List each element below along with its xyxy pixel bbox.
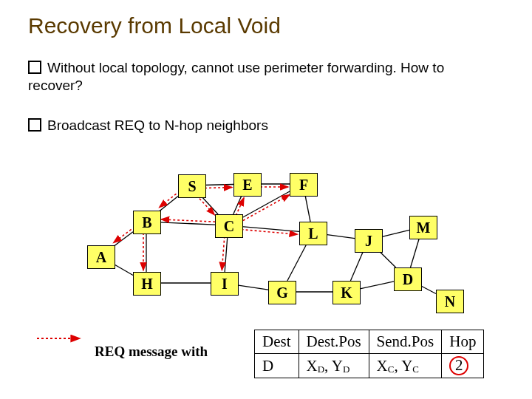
table-row: D XD, YD XC, YC 2 — [255, 354, 484, 378]
legend-arrow-icon — [35, 334, 87, 343]
legend-text: REQ message with — [95, 344, 208, 360]
svg-line-19 — [411, 238, 420, 267]
bullet-1: Without local topology, cannot use perim… — [28, 59, 501, 95]
th-destpos: Dest.Pos — [299, 330, 369, 354]
svg-line-22 — [237, 285, 268, 290]
svg-line-4 — [233, 195, 242, 214]
svg-line-8 — [114, 232, 133, 247]
svg-line-16 — [381, 230, 409, 236]
cell-dest: D — [255, 354, 299, 378]
node-d: D — [394, 267, 422, 291]
svg-line-18 — [379, 251, 395, 267]
svg-line-21 — [420, 285, 436, 293]
node-m: M — [409, 216, 437, 239]
node-i: I — [211, 272, 239, 296]
th-hop: Hop — [442, 330, 484, 354]
svg-line-20 — [359, 282, 394, 289]
svg-line-6 — [305, 195, 310, 222]
svg-line-7 — [160, 222, 215, 225]
routing-table: Dest Dest.Pos Send.Pos Hop D XD, YD XC, … — [254, 330, 484, 378]
svg-line-12 — [225, 236, 228, 272]
bullet-2: Broadcast REQ to N-hop neighbors — [28, 117, 501, 134]
node-s: S — [178, 174, 206, 198]
node-n: N — [436, 290, 464, 313]
network-graph: SEFBCLJMAHIGKDN — [44, 170, 458, 318]
node-g: G — [268, 281, 296, 304]
th-dest: Dest — [255, 330, 299, 354]
node-h: H — [133, 272, 161, 296]
svg-line-29 — [161, 219, 215, 222]
bullet-square-icon — [28, 61, 41, 74]
cell-destpos: XD, YD — [299, 354, 369, 378]
svg-line-32 — [114, 229, 132, 242]
svg-line-24 — [205, 188, 232, 188]
svg-line-10 — [114, 264, 133, 275]
svg-line-2 — [160, 196, 178, 211]
cell-hop: 2 — [442, 354, 484, 378]
svg-line-0 — [205, 184, 233, 185]
svg-line-14 — [326, 234, 355, 238]
table-header-row: Dest Dest.Pos Send.Pos Hop — [255, 330, 484, 354]
node-f: F — [290, 173, 318, 197]
th-sendpos: Send.Pos — [369, 330, 442, 354]
node-e: E — [233, 173, 262, 197]
svg-line-28 — [243, 195, 290, 221]
node-j: J — [355, 229, 383, 253]
bullet-1-text: Without local topology, cannot use perim… — [28, 60, 444, 93]
svg-line-15 — [287, 244, 307, 281]
svg-line-17 — [350, 251, 363, 281]
svg-line-26 — [200, 199, 214, 215]
bullet-2-text: Broadcast REQ to N-hop neighbors — [47, 117, 268, 133]
svg-line-25 — [159, 194, 176, 207]
svg-line-3 — [202, 197, 218, 214]
node-k: K — [332, 281, 361, 304]
bullet-square-icon — [28, 118, 41, 132]
svg-line-30 — [222, 236, 225, 270]
cell-sendpos: XC, YC — [369, 354, 442, 378]
hop-circle: 2 — [449, 356, 468, 375]
node-b: B — [133, 211, 161, 234]
node-a: A — [87, 245, 115, 269]
node-c: C — [215, 214, 243, 238]
node-l: L — [299, 222, 327, 245]
page-title: Recovery from Local Void — [28, 13, 281, 38]
